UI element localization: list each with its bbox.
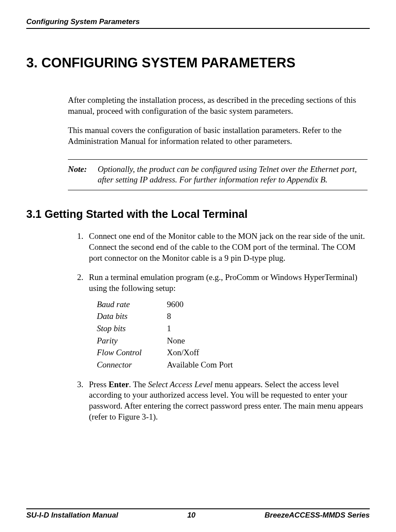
setup-conn-value: Available Com Port — [167, 360, 233, 371]
chapter-title: 3. CONFIGURING SYSTEM PARAMETERS — [26, 55, 370, 71]
footer-right: BreezeACCESS-MMDS Series — [265, 511, 370, 520]
step-3-mid1: . The — [129, 380, 148, 389]
setup-row-stop: Stop bits 1 — [97, 323, 368, 334]
page-footer: SU-I-D Installation Manual 10 BreezeACCE… — [26, 508, 370, 520]
terminal-setup-table: Baud rate 9600 Data bits 8 Stop bits 1 P… — [97, 299, 368, 371]
setup-conn-label: Connector — [97, 360, 167, 371]
setup-row-connector: Connector Available Com Port — [97, 360, 368, 371]
running-header: Configuring System Parameters — [26, 18, 370, 29]
setup-data-label: Data bits — [97, 311, 167, 322]
intro-block: After completing the installation proces… — [68, 95, 368, 190]
step-3-enter: Enter — [109, 380, 129, 389]
intro-paragraph-1: After completing the installation proces… — [68, 95, 368, 116]
setup-stop-label: Stop bits — [97, 323, 167, 334]
step-3: Press Enter. The Select Access Level men… — [85, 379, 368, 423]
note-block: Note: Optionally, the product can be con… — [68, 159, 368, 190]
steps-block: Connect one end of the Monitor cable to … — [68, 231, 368, 422]
step-3-menu-name: Select Access Level — [148, 380, 212, 389]
setup-flow-value: Xon/Xoff — [167, 347, 199, 358]
step-3-pre: Press — [89, 380, 109, 389]
setup-parity-label: Parity — [97, 336, 167, 346]
setup-row-flow: Flow Control Xon/Xoff — [97, 347, 368, 358]
step-1-text: Connect one end of the Monitor cable to … — [89, 231, 365, 262]
setup-flow-label: Flow Control — [97, 347, 167, 358]
section-title: 3.1 Getting Started with the Local Termi… — [26, 208, 370, 220]
setup-stop-value: 1 — [167, 323, 171, 334]
setup-data-value: 8 — [167, 311, 171, 322]
setup-baud-value: 9600 — [167, 299, 184, 310]
step-2: Run a terminal emulation program (e.g., … — [85, 272, 368, 371]
steps-list: Connect one end of the Monitor cable to … — [68, 231, 368, 422]
note-text: Optionally, the product can be configure… — [98, 164, 368, 186]
step-2-text: Run a terminal emulation program (e.g., … — [89, 273, 357, 293]
setup-row-parity: Parity None — [97, 336, 368, 346]
footer-page-number: 10 — [187, 511, 195, 520]
setup-baud-label: Baud rate — [97, 299, 167, 310]
setup-parity-value: None — [167, 336, 185, 346]
note-label: Note: — [68, 164, 98, 175]
setup-row-baud: Baud rate 9600 — [97, 299, 368, 310]
page: Configuring System Parameters 3. CONFIGU… — [0, 0, 396, 532]
footer-left: SU-I-D Installation Manual — [26, 511, 118, 520]
setup-row-data: Data bits 8 — [97, 311, 368, 322]
step-1: Connect one end of the Monitor cable to … — [85, 231, 368, 263]
intro-paragraph-2: This manual covers the configuration of … — [68, 125, 368, 147]
